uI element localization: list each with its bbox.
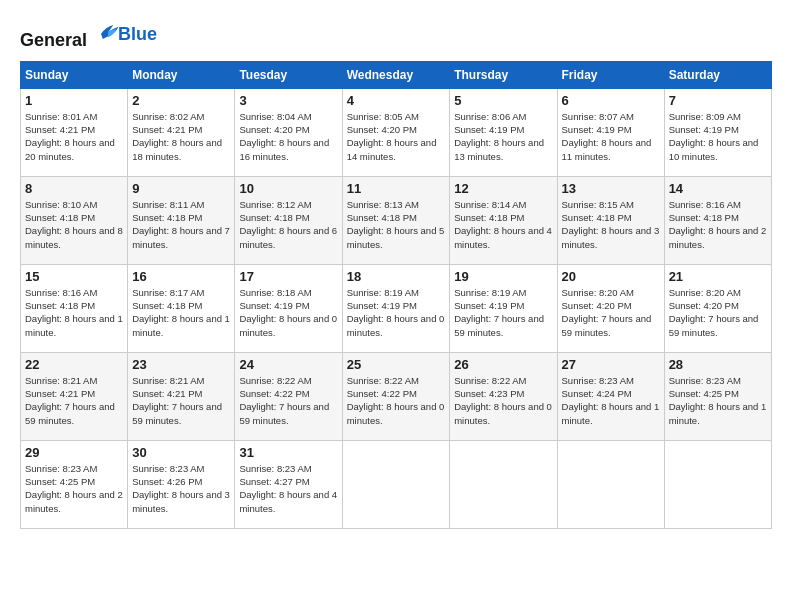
calendar-day-cell: 3 Sunrise: 8:04 AM Sunset: 4:20 PM Dayli… xyxy=(235,88,342,176)
day-info: Sunrise: 8:01 AM Sunset: 4:21 PM Dayligh… xyxy=(25,110,123,163)
day-number: 15 xyxy=(25,269,123,284)
day-info: Sunrise: 8:23 AM Sunset: 4:25 PM Dayligh… xyxy=(25,462,123,515)
day-info: Sunrise: 8:21 AM Sunset: 4:21 PM Dayligh… xyxy=(132,374,230,427)
calendar-day-cell: 30 Sunrise: 8:23 AM Sunset: 4:26 PM Dayl… xyxy=(128,440,235,528)
calendar-week-row: 8 Sunrise: 8:10 AM Sunset: 4:18 PM Dayli… xyxy=(21,176,772,264)
logo-blue: Blue xyxy=(118,24,157,45)
day-number: 8 xyxy=(25,181,123,196)
day-number: 27 xyxy=(562,357,660,372)
day-number: 12 xyxy=(454,181,552,196)
calendar-day-cell: 9 Sunrise: 8:11 AM Sunset: 4:18 PM Dayli… xyxy=(128,176,235,264)
day-number: 18 xyxy=(347,269,446,284)
calendar-day-cell: 11 Sunrise: 8:13 AM Sunset: 4:18 PM Dayl… xyxy=(342,176,450,264)
day-info: Sunrise: 8:20 AM Sunset: 4:20 PM Dayligh… xyxy=(562,286,660,339)
day-number: 23 xyxy=(132,357,230,372)
day-info: Sunrise: 8:23 AM Sunset: 4:24 PM Dayligh… xyxy=(562,374,660,427)
col-monday: Monday xyxy=(128,61,235,88)
calendar-day-cell: 12 Sunrise: 8:14 AM Sunset: 4:18 PM Dayl… xyxy=(450,176,557,264)
header: General Blue xyxy=(20,18,772,51)
logo-text: General xyxy=(20,18,122,51)
col-saturday: Saturday xyxy=(664,61,771,88)
col-tuesday: Tuesday xyxy=(235,61,342,88)
calendar-day-cell xyxy=(664,440,771,528)
logo: General Blue xyxy=(20,18,157,51)
calendar-day-cell xyxy=(557,440,664,528)
day-info: Sunrise: 8:02 AM Sunset: 4:21 PM Dayligh… xyxy=(132,110,230,163)
calendar-week-row: 1 Sunrise: 8:01 AM Sunset: 4:21 PM Dayli… xyxy=(21,88,772,176)
calendar-day-cell xyxy=(450,440,557,528)
day-info: Sunrise: 8:14 AM Sunset: 4:18 PM Dayligh… xyxy=(454,198,552,251)
calendar-day-cell: 13 Sunrise: 8:15 AM Sunset: 4:18 PM Dayl… xyxy=(557,176,664,264)
calendar-day-cell: 31 Sunrise: 8:23 AM Sunset: 4:27 PM Dayl… xyxy=(235,440,342,528)
day-number: 25 xyxy=(347,357,446,372)
day-number: 28 xyxy=(669,357,767,372)
calendar-week-row: 29 Sunrise: 8:23 AM Sunset: 4:25 PM Dayl… xyxy=(21,440,772,528)
calendar-day-cell: 4 Sunrise: 8:05 AM Sunset: 4:20 PM Dayli… xyxy=(342,88,450,176)
calendar-day-cell: 6 Sunrise: 8:07 AM Sunset: 4:19 PM Dayli… xyxy=(557,88,664,176)
calendar-day-cell: 23 Sunrise: 8:21 AM Sunset: 4:21 PM Dayl… xyxy=(128,352,235,440)
day-number: 5 xyxy=(454,93,552,108)
day-number: 22 xyxy=(25,357,123,372)
day-number: 9 xyxy=(132,181,230,196)
calendar-day-cell: 14 Sunrise: 8:16 AM Sunset: 4:18 PM Dayl… xyxy=(664,176,771,264)
day-number: 1 xyxy=(25,93,123,108)
calendar-day-cell: 19 Sunrise: 8:19 AM Sunset: 4:19 PM Dayl… xyxy=(450,264,557,352)
day-number: 7 xyxy=(669,93,767,108)
calendar-day-cell: 2 Sunrise: 8:02 AM Sunset: 4:21 PM Dayli… xyxy=(128,88,235,176)
calendar-day-cell: 18 Sunrise: 8:19 AM Sunset: 4:19 PM Dayl… xyxy=(342,264,450,352)
calendar-day-cell xyxy=(342,440,450,528)
day-info: Sunrise: 8:16 AM Sunset: 4:18 PM Dayligh… xyxy=(669,198,767,251)
day-number: 31 xyxy=(239,445,337,460)
day-info: Sunrise: 8:12 AM Sunset: 4:18 PM Dayligh… xyxy=(239,198,337,251)
day-number: 17 xyxy=(239,269,337,284)
day-number: 4 xyxy=(347,93,446,108)
day-info: Sunrise: 8:06 AM Sunset: 4:19 PM Dayligh… xyxy=(454,110,552,163)
calendar-day-cell: 17 Sunrise: 8:18 AM Sunset: 4:19 PM Dayl… xyxy=(235,264,342,352)
calendar-day-cell: 7 Sunrise: 8:09 AM Sunset: 4:19 PM Dayli… xyxy=(664,88,771,176)
day-number: 19 xyxy=(454,269,552,284)
calendar-day-cell: 29 Sunrise: 8:23 AM Sunset: 4:25 PM Dayl… xyxy=(21,440,128,528)
calendar-day-cell: 22 Sunrise: 8:21 AM Sunset: 4:21 PM Dayl… xyxy=(21,352,128,440)
day-info: Sunrise: 8:10 AM Sunset: 4:18 PM Dayligh… xyxy=(25,198,123,251)
day-info: Sunrise: 8:11 AM Sunset: 4:18 PM Dayligh… xyxy=(132,198,230,251)
calendar-day-cell: 27 Sunrise: 8:23 AM Sunset: 4:24 PM Dayl… xyxy=(557,352,664,440)
calendar-day-cell: 24 Sunrise: 8:22 AM Sunset: 4:22 PM Dayl… xyxy=(235,352,342,440)
day-info: Sunrise: 8:23 AM Sunset: 4:26 PM Dayligh… xyxy=(132,462,230,515)
day-number: 29 xyxy=(25,445,123,460)
day-number: 20 xyxy=(562,269,660,284)
day-number: 24 xyxy=(239,357,337,372)
calendar-week-row: 15 Sunrise: 8:16 AM Sunset: 4:18 PM Dayl… xyxy=(21,264,772,352)
col-wednesday: Wednesday xyxy=(342,61,450,88)
day-info: Sunrise: 8:21 AM Sunset: 4:21 PM Dayligh… xyxy=(25,374,123,427)
calendar-day-cell: 8 Sunrise: 8:10 AM Sunset: 4:18 PM Dayli… xyxy=(21,176,128,264)
day-number: 16 xyxy=(132,269,230,284)
day-info: Sunrise: 8:16 AM Sunset: 4:18 PM Dayligh… xyxy=(25,286,123,339)
calendar-week-row: 22 Sunrise: 8:21 AM Sunset: 4:21 PM Dayl… xyxy=(21,352,772,440)
day-number: 6 xyxy=(562,93,660,108)
col-sunday: Sunday xyxy=(21,61,128,88)
calendar-day-cell: 1 Sunrise: 8:01 AM Sunset: 4:21 PM Dayli… xyxy=(21,88,128,176)
day-info: Sunrise: 8:19 AM Sunset: 4:19 PM Dayligh… xyxy=(347,286,446,339)
day-info: Sunrise: 8:23 AM Sunset: 4:27 PM Dayligh… xyxy=(239,462,337,515)
calendar-day-cell: 28 Sunrise: 8:23 AM Sunset: 4:25 PM Dayl… xyxy=(664,352,771,440)
day-info: Sunrise: 8:22 AM Sunset: 4:22 PM Dayligh… xyxy=(239,374,337,427)
day-info: Sunrise: 8:13 AM Sunset: 4:18 PM Dayligh… xyxy=(347,198,446,251)
day-info: Sunrise: 8:04 AM Sunset: 4:20 PM Dayligh… xyxy=(239,110,337,163)
day-number: 14 xyxy=(669,181,767,196)
calendar-day-cell: 15 Sunrise: 8:16 AM Sunset: 4:18 PM Dayl… xyxy=(21,264,128,352)
day-info: Sunrise: 8:22 AM Sunset: 4:22 PM Dayligh… xyxy=(347,374,446,427)
day-info: Sunrise: 8:18 AM Sunset: 4:19 PM Dayligh… xyxy=(239,286,337,339)
day-number: 26 xyxy=(454,357,552,372)
page-container: General Blue Sunday Monday Tuesday xyxy=(0,0,792,539)
day-info: Sunrise: 8:15 AM Sunset: 4:18 PM Dayligh… xyxy=(562,198,660,251)
calendar-header-row: Sunday Monday Tuesday Wednesday Thursday… xyxy=(21,61,772,88)
calendar-table: Sunday Monday Tuesday Wednesday Thursday… xyxy=(20,61,772,529)
col-thursday: Thursday xyxy=(450,61,557,88)
day-number: 2 xyxy=(132,93,230,108)
day-number: 30 xyxy=(132,445,230,460)
day-info: Sunrise: 8:17 AM Sunset: 4:18 PM Dayligh… xyxy=(132,286,230,339)
day-number: 11 xyxy=(347,181,446,196)
day-info: Sunrise: 8:19 AM Sunset: 4:19 PM Dayligh… xyxy=(454,286,552,339)
day-number: 13 xyxy=(562,181,660,196)
calendar-day-cell: 20 Sunrise: 8:20 AM Sunset: 4:20 PM Dayl… xyxy=(557,264,664,352)
